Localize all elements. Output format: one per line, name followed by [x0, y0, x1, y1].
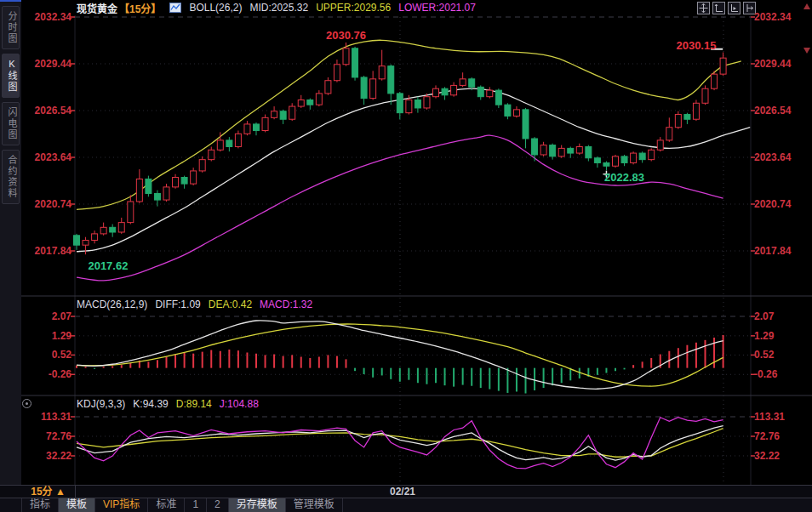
macd-name: MACD(26,12,9) — [77, 299, 147, 310]
boll-mid-value: MID:2025.32 — [249, 2, 308, 14]
kdj-d-value: D:89.14 — [176, 398, 212, 410]
axis-scroll-down-marker[interactable] — [803, 48, 810, 54]
svg-text:2030.76: 2030.76 — [326, 29, 366, 42]
boll-upper-value: UPPER:2029.56 — [316, 2, 391, 14]
boll-indicator-label: BOLL(26,2) — [189, 2, 242, 14]
time-axis: 15分 ▲ 02/21 — [0, 485, 812, 498]
axis-scroll-up-marker[interactable] — [803, 3, 810, 9]
tab-manage-templates[interactable]: 管理模板 — [286, 498, 343, 512]
template-tab-bar: 指标 模板 VIP指标 标准 1 2 另存模板 管理模板 — [0, 498, 812, 512]
tab-indicators[interactable]: 指标 — [21, 498, 59, 512]
svg-text:2030.15: 2030.15 — [676, 39, 716, 52]
period-selector[interactable]: 15分 ▲ — [21, 486, 76, 498]
kdj-settings-icon[interactable] — [22, 399, 31, 408]
chart-header: 现货黄金 【15分】 BOLL(26,2) MID:2025.32 UPPER:… — [21, 0, 812, 15]
kdj-indicator-header: KDJ(9,3,3) K:94.39 D:89.14 J:104.88 — [77, 398, 259, 410]
period-label: 【15分】 — [119, 1, 161, 15]
kdj-name: KDJ(9,3,3) — [77, 398, 125, 410]
tab-vip-indicators[interactable]: VIP指标 — [95, 498, 148, 512]
svg-text:2017.62: 2017.62 — [88, 259, 128, 272]
svg-text:2022.83: 2022.83 — [604, 171, 644, 184]
symbol-title: 现货黄金 — [77, 1, 117, 15]
macd-dea-value: DEA:0.42 — [209, 299, 252, 310]
chart-canvas[interactable]: 2030.762030.152022.832017.62 — [0, 0, 812, 512]
macd-macd-value: MACD:1.32 — [260, 299, 312, 310]
macd-indicator-header: MACD(26,12,9) DIFF:1.09 DEA:0.42 MACD:1.… — [77, 299, 312, 310]
tab-2[interactable]: 2 — [207, 498, 229, 512]
tab-1[interactable]: 1 — [185, 498, 207, 512]
date-axis-label: 02/21 — [390, 486, 415, 498]
macd-diff-value: DIFF:1.09 — [155, 299, 200, 310]
tab-templates[interactable]: 模板 — [59, 498, 95, 512]
kdj-k-value: K:94.39 — [133, 398, 168, 410]
tab-standard[interactable]: 标准 — [148, 498, 185, 512]
tab-save-template[interactable]: 另存模板 — [229, 498, 286, 512]
boll-lower-value: LOWER:2021.07 — [398, 2, 476, 14]
kdj-j-value: J:104.88 — [220, 398, 259, 410]
indicator-chart-icon[interactable] — [169, 3, 181, 13]
trading-terminal: 分时图 K线图 闪电图 合约资料 现货黄金 【15分】 BOLL(26,2) M… — [0, 0, 812, 512]
